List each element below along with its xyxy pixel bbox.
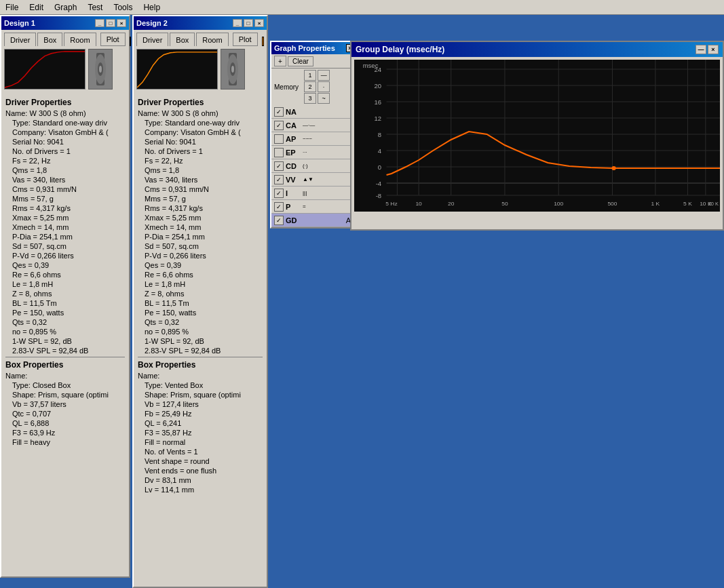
gp-clear-btn[interactable]: Clear: [288, 56, 313, 66]
design2-pdia: P-Dia = 254,1 mm: [138, 232, 263, 241]
design2-thumb-area: [134, 46, 267, 92]
design2-tab-plot[interactable]: Plot: [233, 33, 258, 46]
design2-spl283: 2.83-V SPL = 92,84 dB: [138, 346, 263, 355]
svg-point-4: [99, 66, 102, 73]
gp-mem-1-btn[interactable]: 1: [304, 70, 316, 81]
gp-add-btn[interactable]: +: [274, 56, 286, 66]
gp-ap-checkbox[interactable]: [274, 134, 284, 144]
design1-box-ql: QL = 6,888: [5, 418, 125, 428]
gp-row-ep: EP ···: [271, 146, 357, 159]
menu-file[interactable]: File: [0, 1, 24, 14]
graph-properties-titlebar: Graph Properties ×: [271, 42, 357, 54]
design2-box-ql: QL = 6,241: [138, 418, 263, 428]
design2-titlebar: Design 2 _ □ ×: [134, 16, 267, 30]
svg-text:msec: msec: [363, 62, 379, 69]
design2-close-btn[interactable]: ×: [254, 19, 264, 27]
design2-tab-room[interactable]: Room: [196, 33, 228, 46]
gp-row-ca: ✓ CA —·— 1: [271, 119, 357, 132]
design1-type: Type: Standard one-way driv: [5, 118, 125, 128]
design2-serial: Serial No: 9041: [138, 137, 263, 146]
design2-minimize-btn[interactable]: _: [233, 19, 242, 27]
design1-box-shape: Shape: Prism, square (optimi: [5, 390, 125, 399]
gp-vv-checkbox[interactable]: ✓: [274, 175, 284, 184]
design1-close-btn[interactable]: ×: [117, 19, 126, 27]
design2-type: Type: Standard one-way driv: [138, 118, 263, 128]
menubar: File Edit Graph Test Tools Help: [0, 0, 724, 15]
gp-ep-checkbox[interactable]: [274, 148, 284, 157]
design1-box-name: Name:: [5, 371, 125, 380]
gp-mem-2-btn[interactable]: 2: [304, 81, 316, 92]
gp-ca-checkbox[interactable]: ✓: [274, 121, 284, 130]
design2-nodrivers: No. of Drivers = 1: [138, 146, 263, 156]
design1-tab-driver[interactable]: Driver: [4, 33, 36, 46]
svg-text:-4: -4: [376, 180, 381, 187]
svg-rect-10: [354, 60, 720, 212]
design1-tab-room[interactable]: Room: [64, 33, 96, 46]
group-delay-minimize-btn[interactable]: —: [696, 45, 706, 54]
gp-p-icon: =: [303, 203, 341, 210]
gp-gd-checkbox[interactable]: ✓: [274, 216, 284, 225]
gp-ap-label: AP: [286, 135, 301, 143]
svg-text:10: 10: [415, 201, 422, 207]
gp-vv-label: VV: [286, 176, 301, 184]
gp-mem-line-btn[interactable]: —: [318, 70, 330, 81]
design2-z: Z = 8, ohms: [138, 289, 263, 298]
gp-memory-row: Memory 1 — 2 · 3 ~: [271, 68, 357, 105]
group-delay-window: Group Delay (msec/Hz) — ×: [350, 41, 724, 231]
design1-bl: BL = 11,5 Tm: [5, 298, 125, 308]
svg-text:0: 0: [378, 164, 381, 171]
design1-box-vb: Vb = 37,57 liters: [5, 399, 125, 409]
graph-properties-panel: Graph Properties × + Clear Memory 1 — 2 …: [270, 41, 358, 229]
gp-i-checkbox[interactable]: ✓: [274, 189, 284, 198]
gp-row-vv: ✓ VV ▲▼ 5: [271, 173, 357, 187]
gp-mem-wave-btn[interactable]: ~: [318, 93, 330, 104]
design1-no: no = 0,895 %: [5, 327, 125, 336]
design1-qms: Qms = 1,8: [5, 165, 125, 175]
design2-mms: Mms = 57, g: [138, 194, 263, 203]
design1-rms: Rms = 4,317 kg/s: [5, 203, 125, 213]
design1-tab-plot[interactable]: Plot: [100, 33, 126, 46]
design2-titlebar-buttons: _ □ ×: [233, 19, 264, 27]
design1-nodrivers: No. of Drivers = 1: [5, 146, 125, 156]
design2-box-vb: Vb = 127,4 liters: [138, 399, 263, 409]
design1-window: Design 1 _ □ × Driver Box Room Plot: [0, 15, 130, 578]
svg-text:20 K: 20 K: [708, 201, 719, 207]
menu-help[interactable]: Help: [138, 1, 166, 14]
design2-maximize-btn[interactable]: □: [244, 19, 253, 27]
design1-qes: Qes = 0,39: [5, 260, 125, 270]
gp-cd-checkbox[interactable]: ✓: [274, 161, 284, 171]
design2-tab-driver[interactable]: Driver: [136, 33, 168, 46]
design2-name: Name: W 300 S (8 ohm): [138, 109, 263, 118]
design1-titlebar: Design 1 _ □ ×: [1, 16, 129, 30]
design2-props: Driver Properties Name: W 300 S (8 ohm) …: [134, 92, 267, 497]
gp-ep-icon: ···: [303, 149, 354, 155]
svg-text:100: 100: [554, 201, 564, 207]
menu-tools[interactable]: Tools: [108, 1, 138, 14]
design2-driver-title: Driver Properties: [138, 98, 263, 107]
gp-mem-3-btn[interactable]: 3: [304, 93, 316, 104]
design1-company: Company: Visaton GmbH & (: [5, 128, 125, 137]
menu-graph[interactable]: Graph: [49, 1, 82, 14]
menu-edit[interactable]: Edit: [24, 1, 49, 14]
gp-mem-dot-btn[interactable]: ·: [318, 81, 330, 92]
group-delay-close-btn[interactable]: ×: [708, 45, 719, 54]
menu-test[interactable]: Test: [82, 1, 108, 14]
group-delay-chart: 24 20 16 12 8 4 0 -4 -8 msec 5 Hz 10 20 …: [354, 60, 720, 212]
gp-na-checkbox[interactable]: ✓: [274, 107, 284, 117]
design1-graph-thumb[interactable]: [4, 49, 85, 90]
design1-box-f3: F3 = 63,9 Hz: [5, 428, 125, 437]
design1-tab-box[interactable]: Box: [37, 33, 62, 46]
design2-rms: Rms = 4,317 kg/s: [138, 203, 263, 213]
gp-p-checkbox[interactable]: ✓: [274, 202, 284, 212]
design2-graph-thumb[interactable]: [136, 49, 218, 90]
design1-le: Le = 1,8 mH: [5, 279, 125, 289]
design2-tab-box[interactable]: Box: [170, 33, 195, 46]
design1-minimize-btn[interactable]: _: [95, 19, 104, 27]
design1-maximize-btn[interactable]: □: [106, 19, 115, 27]
gp-cd-label: CD: [286, 162, 301, 170]
design2-cms: Cms = 0,931 mm/N: [138, 184, 263, 194]
design1-vas: Vas = 340, liters: [5, 175, 125, 184]
svg-point-49: [611, 166, 615, 170]
gp-ca-icon: —·—: [303, 122, 341, 128]
design2-le: Le = 1,8 mH: [138, 279, 263, 289]
